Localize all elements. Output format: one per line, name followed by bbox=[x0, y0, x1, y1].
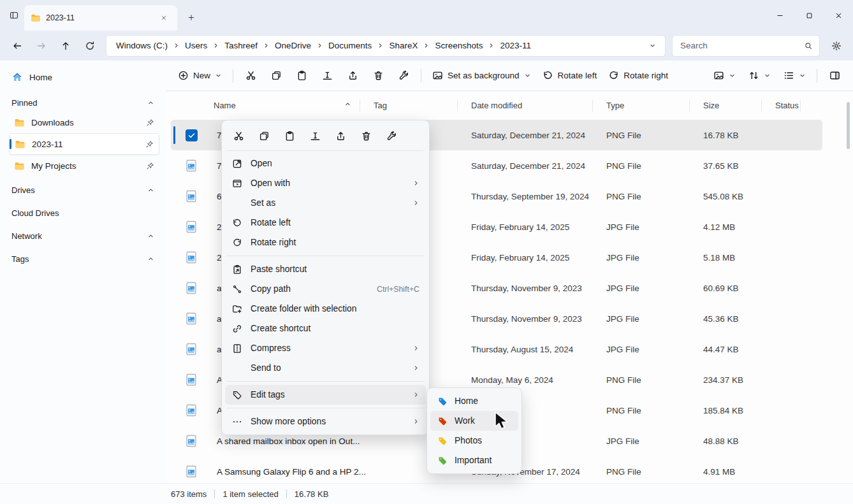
tag-option-home[interactable]: Home bbox=[430, 391, 518, 411]
column-header-date-modified[interactable]: Date modified bbox=[466, 91, 601, 120]
view-button[interactable] bbox=[778, 65, 812, 87]
wrench-icon[interactable] bbox=[381, 125, 402, 147]
column-header-size[interactable]: Size bbox=[698, 91, 770, 120]
rotate-left-button[interactable]: Rotate left bbox=[537, 65, 603, 87]
dots-icon bbox=[231, 417, 243, 427]
menu-item-label: Set as bbox=[251, 198, 405, 208]
menu-item-create-folder-with-selection[interactable]: Create folder with selection bbox=[225, 299, 426, 319]
scrollbar-thumb[interactable] bbox=[847, 102, 850, 149]
sidebar-section-drives[interactable]: Drives bbox=[6, 181, 159, 199]
explorer-tab[interactable]: 2023-11 bbox=[24, 5, 177, 31]
forward-button[interactable] bbox=[31, 36, 52, 56]
copy-icon[interactable] bbox=[253, 125, 275, 147]
sidebar-item-my-projects[interactable]: My Projects bbox=[9, 155, 159, 176]
sidebar-item-downloads[interactable]: Downloads bbox=[9, 112, 159, 133]
tab-close-icon[interactable] bbox=[157, 11, 171, 25]
column-header-tag[interactable]: Tag bbox=[368, 91, 466, 120]
sidebar-item-home[interactable]: Home bbox=[6, 66, 159, 89]
rename-icon[interactable] bbox=[315, 65, 339, 87]
copy-icon[interactable] bbox=[264, 65, 288, 87]
column-header-status[interactable]: Status bbox=[770, 91, 822, 120]
breadcrumb-item-2023-11[interactable]: 2023-11 bbox=[495, 38, 536, 53]
menu-item-edit-tags[interactable]: Edit tags bbox=[225, 385, 426, 405]
file-name: A shared mailbox inbox open in Out... bbox=[212, 436, 368, 446]
paste-icon[interactable] bbox=[289, 65, 314, 87]
search-box[interactable] bbox=[672, 35, 820, 57]
menu-item-label: Create folder with selection bbox=[251, 304, 419, 313]
breadcrumb-item-windows-c[interactable]: Windows (C:) bbox=[112, 38, 172, 53]
breadcrumb-item-onedrive[interactable]: OneDrive bbox=[270, 38, 316, 53]
breadcrumb-item-documents[interactable]: Documents bbox=[324, 38, 376, 53]
row-lead bbox=[171, 159, 212, 173]
address-bar[interactable]: Windows (C:)UsersTashreefOneDriveDocumen… bbox=[106, 35, 666, 57]
sidebar-section-pinned[interactable]: Pinned bbox=[6, 94, 159, 112]
menu-item-paste-shortcut[interactable]: Paste shortcut bbox=[225, 259, 426, 279]
menu-item-rotate-left[interactable]: Rotate left bbox=[225, 213, 426, 233]
menu-item-create-shortcut[interactable]: Create shortcut bbox=[225, 319, 426, 338]
menu-item-label: Edit tags bbox=[251, 390, 405, 400]
new-button[interactable]: New bbox=[172, 65, 228, 87]
menu-item-open-with[interactable]: Open with bbox=[225, 173, 426, 193]
address-dropdown-icon[interactable] bbox=[645, 42, 660, 49]
refresh-button[interactable] bbox=[79, 36, 101, 56]
sidebar-section-cloud-drives[interactable]: Cloud Drives bbox=[6, 204, 159, 222]
breadcrumb-item-screenshots[interactable]: Screenshots bbox=[430, 38, 487, 53]
breadcrumb-item-tashreef[interactable]: Tashreef bbox=[220, 38, 262, 53]
sidebar-section-network[interactable]: Network bbox=[6, 227, 159, 245]
sidebar: HomePinnedDownloads2023-11My ProjectsDri… bbox=[0, 61, 166, 483]
layout-toggle-icon[interactable] bbox=[6, 7, 22, 24]
tag-option-work[interactable]: Work bbox=[430, 411, 518, 431]
row-lead bbox=[171, 220, 212, 234]
tag-option-important[interactable]: Important bbox=[430, 450, 518, 470]
tag-filled-icon bbox=[437, 396, 448, 407]
column-header-type[interactable]: Type bbox=[601, 91, 698, 120]
row-lead bbox=[171, 403, 212, 417]
row-lead bbox=[171, 434, 212, 448]
rotate-right-button[interactable]: Rotate right bbox=[602, 65, 674, 87]
cut-icon[interactable] bbox=[238, 65, 263, 87]
sidebar-item-2023-11[interactable]: 2023-11 bbox=[9, 133, 159, 155]
search-input[interactable] bbox=[679, 40, 804, 51]
wrench-icon[interactable] bbox=[391, 65, 416, 87]
menu-item-open[interactable]: Open bbox=[225, 154, 426, 173]
menu-item-set-as[interactable]: Set as bbox=[225, 193, 426, 213]
breadcrumb-item-sharex[interactable]: ShareX bbox=[384, 38, 422, 53]
menu-item-send-to[interactable]: Send to bbox=[225, 358, 426, 378]
rename-icon[interactable] bbox=[304, 125, 326, 147]
paste-icon[interactable] bbox=[279, 125, 300, 147]
chevron-right-icon bbox=[262, 42, 270, 49]
vertical-scrollbar[interactable] bbox=[845, 93, 851, 481]
cut-icon[interactable] bbox=[228, 125, 249, 147]
minimize-button[interactable] bbox=[765, 0, 794, 31]
menu-item-compress[interactable]: Compress bbox=[225, 338, 426, 358]
tag-option-photos[interactable]: Photos bbox=[430, 431, 518, 450]
settings-gear-icon[interactable] bbox=[825, 35, 848, 57]
set-as-background-button[interactable]: Set as background bbox=[426, 65, 537, 87]
menu-separator bbox=[228, 150, 423, 151]
column-header-name[interactable]: Name bbox=[171, 91, 368, 120]
back-button[interactable] bbox=[6, 36, 28, 56]
checkbox-checked[interactable] bbox=[186, 129, 198, 141]
details-pane-icon[interactable] bbox=[822, 65, 847, 87]
pin-icon bbox=[146, 119, 154, 127]
up-button[interactable] bbox=[55, 36, 77, 56]
breadcrumb-item-users[interactable]: Users bbox=[180, 38, 212, 53]
column-header-row: NameTagDate modifiedTypeSizeStatus bbox=[171, 91, 822, 120]
delete-icon[interactable] bbox=[355, 125, 377, 147]
display-options-icon bbox=[713, 70, 724, 81]
maximize-button[interactable] bbox=[794, 0, 824, 31]
menu-item-copy-path[interactable]: Copy pathCtrl+Shift+C bbox=[225, 279, 426, 299]
delete-icon[interactable] bbox=[366, 65, 390, 87]
tab-title: 2023-11 bbox=[46, 13, 152, 22]
sort-icon bbox=[748, 70, 759, 81]
new-tab-button[interactable] bbox=[184, 10, 199, 25]
close-button[interactable] bbox=[824, 0, 853, 31]
chevron-up-icon bbox=[147, 233, 154, 240]
share-icon[interactable] bbox=[340, 65, 365, 87]
display-options-button[interactable] bbox=[708, 65, 741, 87]
sidebar-section-tags[interactable]: Tags bbox=[6, 250, 159, 268]
menu-item-rotate-right[interactable]: Rotate right bbox=[225, 233, 426, 252]
sort-button[interactable] bbox=[743, 65, 776, 87]
share-icon[interactable] bbox=[330, 125, 351, 147]
menu-item-show-more-options[interactable]: Show more options bbox=[225, 412, 426, 431]
